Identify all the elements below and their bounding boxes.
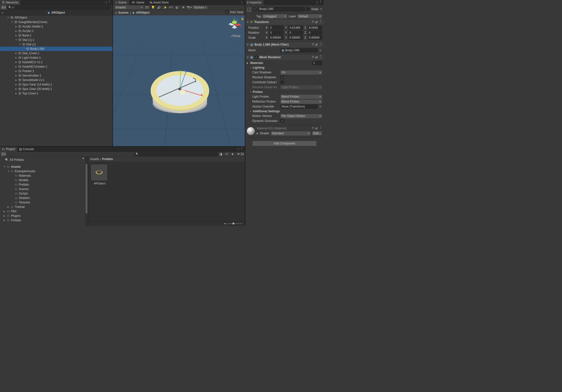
preset-icon[interactable]: ⇄	[315, 43, 318, 46]
foldout-icon[interactable]: ▼	[3, 166, 6, 168]
lightprobes-dropdown[interactable]: Blend Probes▼	[281, 95, 322, 99]
lock-icon[interactable]: ⬚	[316, 1, 318, 4]
light-toggle-icon[interactable]: 💡	[150, 5, 156, 9]
rot-z-input[interactable]: 0	[308, 31, 322, 35]
object-picker-icon[interactable]: ⊙	[319, 105, 322, 108]
foldout-icon[interactable]: ▶	[15, 61, 17, 63]
material-foldout[interactable]: ▶	[257, 132, 258, 135]
create-dropdown[interactable]: ＋	[1, 5, 6, 9]
menu-icon[interactable]: ⋮	[319, 43, 322, 46]
inspector-context-icon[interactable]: ⋮	[319, 1, 322, 4]
foldout-icon[interactable]: ▶	[15, 65, 17, 68]
gauge-mesh[interactable]	[149, 59, 211, 121]
meshrenderer-header[interactable]: ▼ ▦ Mesh Renderer ?⇄⋮	[245, 55, 324, 60]
foldout-icon[interactable]: ▼	[7, 16, 9, 19]
autosave-toggle[interactable]: Auto Save	[225, 10, 243, 14]
foldout-icon[interactable]: ▶	[15, 70, 17, 72]
menu-icon[interactable]: ⋮	[319, 20, 322, 24]
project-search-input[interactable]: 🔍	[134, 152, 218, 156]
2d-toggle[interactable]: 2D	[144, 5, 150, 9]
project-folder[interactable]: ▶ 🗀 Tutorial	[0, 205, 88, 209]
asset-store-tab[interactable]: 🛍 Asset Store	[147, 0, 171, 5]
transform-header[interactable]: ▼ ✥ Transform ?⇄⋮	[245, 19, 324, 25]
collapse-icon[interactable]: ▲	[82, 157, 84, 159]
hierarchy-item[interactable]: ▼ Dial (1)	[0, 42, 112, 47]
hidden-items-icon[interactable]: 👁23	[237, 152, 244, 156]
project-folder[interactable]: 🗀 Scenes	[0, 187, 88, 191]
hierarchy-search-input[interactable]: 🔍 All	[7, 5, 112, 9]
hierarchy-item[interactable]: ▶ Spur Gear (30 teeth):1	[0, 87, 112, 91]
foldout-icon[interactable]: ▶	[15, 34, 17, 37]
project-folder[interactable]: 🗀 Materials	[0, 173, 88, 178]
preset-icon[interactable]: ⇄	[315, 20, 318, 24]
gizmo-lock-icon[interactable]: 🔓	[241, 17, 244, 20]
foldout-icon[interactable]: ▼	[7, 170, 10, 172]
add-component-button[interactable]: Add Component	[252, 141, 317, 146]
hierarchy-item[interactable]: ▶ NodeMCUHolder:1	[0, 64, 112, 69]
project-folder[interactable]: 🗀 Shaders	[0, 196, 88, 200]
scale-z-input[interactable]: 9.99999	[308, 36, 322, 40]
mesh-field[interactable]: ▦ Body1.080	[281, 48, 318, 52]
foldout-icon[interactable]: ▶	[3, 215, 6, 217]
hierarchy-tree[interactable]: ▼ ARObject▼ GaugeBlender(Clone)▶ Acrylic…	[0, 15, 112, 146]
project-folder[interactable]: 🗀 Prefabs	[0, 182, 88, 187]
breadcrumb-scenes[interactable]: Scenes	[118, 11, 129, 14]
hierarchy-item[interactable]: ▶ NodeMCU v1:1	[0, 60, 112, 64]
scene-tab[interactable]: ⌗ Scene	[113, 0, 129, 5]
materials-label[interactable]: Materials	[250, 61, 311, 65]
meshrenderer-enabled[interactable]	[254, 56, 258, 59]
lighting-section[interactable]: Lighting	[247, 65, 322, 70]
autosave-checkbox[interactable]	[225, 10, 229, 14]
foldout-icon[interactable]: ▶	[15, 56, 17, 59]
motion-dropdown[interactable]: Per Object Motion▼	[281, 114, 322, 118]
dynocc-checkbox[interactable]	[281, 119, 284, 123]
material-header[interactable]: Material.001 (Material) ?⇄⋮ ▶ Shader Sta…	[245, 125, 324, 137]
project-grid[interactable]: ARObject	[88, 162, 245, 221]
foldout-icon[interactable]: ▼	[11, 21, 13, 23]
asset-item[interactable]: ARObject	[91, 164, 109, 185]
project-folder[interactable]: 🗀 Scripts	[0, 191, 88, 196]
layer-dropdown[interactable]: Default▼	[298, 14, 322, 18]
additional-section[interactable]: Additional Settings	[247, 109, 322, 113]
project-tree[interactable]: 🔍 All Prefabs ▼ 🗀 Assets▼ 🗀 ExampleAsset…	[0, 157, 88, 226]
foldout-icon[interactable]: ▼	[19, 43, 21, 46]
foldout-icon[interactable]: ▶	[15, 74, 17, 77]
pos-z-input[interactable]: 9.0949	[308, 26, 322, 30]
tools-icon[interactable]: ✖	[181, 5, 186, 9]
breadcrumb-prefab[interactable]: ARObject	[136, 11, 150, 14]
thumbnail-size-slider[interactable]	[227, 223, 242, 224]
project-folder[interactable]: 🗀 Models	[0, 178, 88, 182]
hierarchy-item[interactable]: ▼ Dial (1):1	[0, 38, 112, 42]
pos-y-input[interactable]: 3.81469	[288, 26, 303, 30]
scene-viewport[interactable]: x y z 🔓 ◁ Persp	[113, 15, 245, 146]
help-icon[interactable]: ?	[312, 56, 314, 59]
filter-by-type-icon[interactable]: ◨	[219, 152, 224, 156]
hierarchy-item[interactable]: ▶ Pointer:1	[0, 69, 112, 73]
hierarchy-item[interactable]: ▼ GaugeBlender(Clone)	[0, 20, 112, 24]
back-icon[interactable]: ◁	[114, 11, 117, 14]
back-arrow-icon[interactable]: ‹	[2, 10, 3, 15]
shading-dropdown[interactable]: Shaded▾	[114, 5, 144, 9]
static-checkbox[interactable]	[306, 7, 310, 11]
foldout-icon[interactable]: ▶	[7, 206, 10, 208]
project-folder[interactable]: ▶ 🗀 Plugins	[0, 214, 88, 218]
hierarchy-item[interactable]: Body1.080	[0, 47, 112, 51]
rot-y-input[interactable]: 0	[288, 31, 303, 35]
castshadows-dropdown[interactable]: On▼	[281, 70, 322, 75]
inspector-tab[interactable]: ℹ Inspector	[245, 0, 264, 5]
project-tree-scrollbar[interactable]	[85, 157, 88, 226]
hierarchy-item[interactable]: ▶ Base:1	[0, 33, 112, 38]
hierarchy-item[interactable]: ▼ ARObject	[0, 15, 112, 20]
preset-icon[interactable]: ⇄	[315, 56, 318, 59]
enabled-checkbox[interactable]	[253, 7, 256, 11]
project-folder[interactable]: ▶ 🗀 FBX	[0, 209, 88, 214]
foldout-icon[interactable]: ▶	[3, 219, 6, 222]
contribgi-checkbox[interactable]	[281, 81, 284, 84]
game-tab[interactable]: 🎮 Game	[129, 0, 147, 5]
menu-icon[interactable]: ⋮	[319, 56, 322, 59]
project-folder[interactable]: ▼ 🗀 ExampleAssets	[0, 169, 88, 173]
hierarchy-item[interactable]: ▶ Top Cover:1	[0, 91, 112, 96]
foldout-icon[interactable]: ▶	[15, 83, 17, 86]
fx-toggle-icon[interactable]: ✨	[162, 5, 168, 9]
preset-icon[interactable]: ⇄	[315, 127, 318, 130]
